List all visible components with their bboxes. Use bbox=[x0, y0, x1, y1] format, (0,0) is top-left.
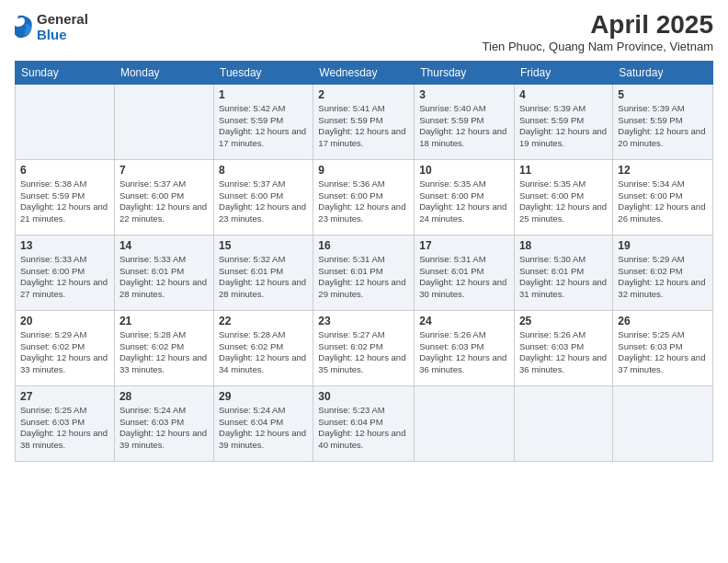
day-number: 20 bbox=[20, 315, 109, 327]
table-row bbox=[415, 385, 515, 461]
day-number: 21 bbox=[119, 315, 209, 327]
table-row: 6Sunrise: 5:38 AMSunset: 5:59 PMDaylight… bbox=[16, 159, 115, 235]
table-row: 14Sunrise: 5:33 AMSunset: 6:01 PMDayligh… bbox=[114, 235, 213, 310]
day-number: 15 bbox=[219, 239, 308, 252]
table-row: 7Sunrise: 5:37 AMSunset: 6:00 PMDaylight… bbox=[114, 159, 213, 235]
logo-icon bbox=[15, 14, 33, 40]
table-row bbox=[613, 385, 713, 461]
location-title: Tien Phuoc, Quang Nam Province, Vietnam bbox=[483, 40, 713, 53]
logo: General Blue bbox=[15, 11, 88, 42]
calendar-week-row: 13Sunrise: 5:33 AMSunset: 6:00 PMDayligh… bbox=[16, 235, 713, 310]
table-row: 5Sunrise: 5:39 AMSunset: 5:59 PMDaylight… bbox=[613, 84, 713, 159]
table-row: 23Sunrise: 5:27 AMSunset: 6:02 PMDayligh… bbox=[313, 310, 415, 385]
day-info: Sunrise: 5:39 AMSunset: 5:59 PMDaylight:… bbox=[519, 103, 608, 150]
day-info: Sunrise: 5:40 AMSunset: 5:59 PMDaylight:… bbox=[419, 103, 509, 150]
table-row: 21Sunrise: 5:28 AMSunset: 6:02 PMDayligh… bbox=[114, 310, 213, 385]
day-info: Sunrise: 5:31 AMSunset: 6:01 PMDaylight:… bbox=[318, 254, 409, 301]
day-number: 4 bbox=[519, 88, 608, 101]
day-info: Sunrise: 5:33 AMSunset: 6:01 PMDaylight:… bbox=[119, 254, 209, 301]
day-info: Sunrise: 5:41 AMSunset: 5:59 PMDaylight:… bbox=[318, 103, 409, 150]
day-info: Sunrise: 5:30 AMSunset: 6:01 PMDaylight:… bbox=[519, 254, 608, 301]
day-info: Sunrise: 5:36 AMSunset: 6:00 PMDaylight:… bbox=[318, 178, 409, 225]
day-number: 27 bbox=[20, 390, 109, 403]
page: General Blue April 2025 Tien Phuoc, Quan… bbox=[0, 0, 728, 563]
day-number: 9 bbox=[318, 164, 409, 177]
table-row bbox=[114, 84, 213, 159]
day-info: Sunrise: 5:37 AMSunset: 6:00 PMDaylight:… bbox=[119, 178, 209, 225]
day-info: Sunrise: 5:39 AMSunset: 5:59 PMDaylight:… bbox=[618, 103, 708, 150]
day-number: 23 bbox=[318, 315, 409, 327]
day-number: 3 bbox=[419, 88, 509, 101]
table-row: 19Sunrise: 5:29 AMSunset: 6:02 PMDayligh… bbox=[613, 235, 713, 310]
col-monday: Monday bbox=[114, 61, 213, 84]
col-sunday: Sunday bbox=[16, 61, 115, 84]
day-number: 8 bbox=[219, 164, 308, 177]
calendar-week-row: 1Sunrise: 5:42 AMSunset: 5:59 PMDaylight… bbox=[16, 84, 713, 159]
day-info: Sunrise: 5:25 AMSunset: 6:03 PMDaylight:… bbox=[618, 329, 708, 376]
day-info: Sunrise: 5:24 AMSunset: 6:03 PMDaylight:… bbox=[119, 405, 209, 452]
day-info: Sunrise: 5:32 AMSunset: 6:01 PMDaylight:… bbox=[219, 254, 308, 301]
table-row: 1Sunrise: 5:42 AMSunset: 5:59 PMDaylight… bbox=[214, 84, 313, 159]
day-info: Sunrise: 5:42 AMSunset: 5:59 PMDaylight:… bbox=[219, 103, 308, 150]
table-row: 28Sunrise: 5:24 AMSunset: 6:03 PMDayligh… bbox=[114, 385, 213, 461]
day-info: Sunrise: 5:29 AMSunset: 6:02 PMDaylight:… bbox=[618, 254, 708, 301]
day-number: 22 bbox=[219, 315, 308, 327]
table-row: 12Sunrise: 5:34 AMSunset: 6:00 PMDayligh… bbox=[613, 159, 713, 235]
header: General Blue April 2025 Tien Phuoc, Quan… bbox=[15, 11, 713, 53]
day-number: 28 bbox=[119, 390, 209, 403]
day-info: Sunrise: 5:26 AMSunset: 6:03 PMDaylight:… bbox=[519, 329, 608, 376]
day-number: 29 bbox=[219, 390, 308, 403]
calendar-week-row: 6Sunrise: 5:38 AMSunset: 5:59 PMDaylight… bbox=[16, 159, 713, 235]
day-number: 2 bbox=[318, 88, 409, 101]
table-row: 8Sunrise: 5:37 AMSunset: 6:00 PMDaylight… bbox=[214, 159, 313, 235]
table-row: 24Sunrise: 5:26 AMSunset: 6:03 PMDayligh… bbox=[415, 310, 515, 385]
day-number: 24 bbox=[419, 315, 509, 327]
day-info: Sunrise: 5:35 AMSunset: 6:00 PMDaylight:… bbox=[519, 178, 608, 225]
logo-text: General Blue bbox=[37, 11, 88, 42]
table-row: 2Sunrise: 5:41 AMSunset: 5:59 PMDaylight… bbox=[313, 84, 415, 159]
day-info: Sunrise: 5:37 AMSunset: 6:00 PMDaylight:… bbox=[219, 178, 308, 225]
calendar-week-row: 27Sunrise: 5:25 AMSunset: 6:03 PMDayligh… bbox=[16, 385, 713, 461]
day-number: 10 bbox=[419, 164, 509, 177]
table-row: 18Sunrise: 5:30 AMSunset: 6:01 PMDayligh… bbox=[514, 235, 612, 310]
day-number: 7 bbox=[119, 164, 209, 177]
day-info: Sunrise: 5:26 AMSunset: 6:03 PMDaylight:… bbox=[419, 329, 509, 376]
day-info: Sunrise: 5:28 AMSunset: 6:02 PMDaylight:… bbox=[119, 329, 209, 376]
table-row: 4Sunrise: 5:39 AMSunset: 5:59 PMDaylight… bbox=[514, 84, 612, 159]
day-number: 19 bbox=[618, 239, 708, 252]
day-info: Sunrise: 5:33 AMSunset: 6:00 PMDaylight:… bbox=[20, 254, 109, 301]
day-info: Sunrise: 5:28 AMSunset: 6:02 PMDaylight:… bbox=[219, 329, 308, 376]
day-number: 25 bbox=[519, 315, 608, 327]
table-row: 30Sunrise: 5:23 AMSunset: 6:04 PMDayligh… bbox=[313, 385, 415, 461]
table-row: 10Sunrise: 5:35 AMSunset: 6:00 PMDayligh… bbox=[415, 159, 515, 235]
table-row: 27Sunrise: 5:25 AMSunset: 6:03 PMDayligh… bbox=[16, 385, 115, 461]
title-block: April 2025 Tien Phuoc, Quang Nam Provinc… bbox=[483, 11, 713, 53]
col-tuesday: Tuesday bbox=[214, 61, 313, 84]
table-row: 26Sunrise: 5:25 AMSunset: 6:03 PMDayligh… bbox=[613, 310, 713, 385]
day-number: 17 bbox=[419, 239, 509, 252]
col-wednesday: Wednesday bbox=[313, 61, 415, 84]
day-number: 30 bbox=[318, 390, 409, 403]
day-number: 26 bbox=[618, 315, 708, 327]
day-info: Sunrise: 5:23 AMSunset: 6:04 PMDaylight:… bbox=[318, 405, 409, 452]
day-number: 12 bbox=[618, 164, 708, 177]
day-info: Sunrise: 5:24 AMSunset: 6:04 PMDaylight:… bbox=[219, 405, 308, 452]
day-number: 11 bbox=[519, 164, 608, 177]
table-row: 15Sunrise: 5:32 AMSunset: 6:01 PMDayligh… bbox=[214, 235, 313, 310]
table-row: 17Sunrise: 5:31 AMSunset: 6:01 PMDayligh… bbox=[415, 235, 515, 310]
day-number: 16 bbox=[318, 239, 409, 252]
day-number: 14 bbox=[119, 239, 209, 252]
table-row: 16Sunrise: 5:31 AMSunset: 6:01 PMDayligh… bbox=[313, 235, 415, 310]
day-info: Sunrise: 5:29 AMSunset: 6:02 PMDaylight:… bbox=[20, 329, 109, 376]
table-row: 22Sunrise: 5:28 AMSunset: 6:02 PMDayligh… bbox=[214, 310, 313, 385]
day-number: 6 bbox=[20, 164, 109, 177]
calendar-header-row: Sunday Monday Tuesday Wednesday Thursday… bbox=[16, 61, 713, 84]
table-row: 29Sunrise: 5:24 AMSunset: 6:04 PMDayligh… bbox=[214, 385, 313, 461]
day-info: Sunrise: 5:31 AMSunset: 6:01 PMDaylight:… bbox=[419, 254, 509, 301]
table-row bbox=[514, 385, 612, 461]
day-number: 5 bbox=[618, 88, 708, 101]
day-number: 13 bbox=[20, 239, 109, 252]
month-title: April 2025 bbox=[483, 11, 713, 40]
day-number: 18 bbox=[519, 239, 608, 252]
table-row: 9Sunrise: 5:36 AMSunset: 6:00 PMDaylight… bbox=[313, 159, 415, 235]
